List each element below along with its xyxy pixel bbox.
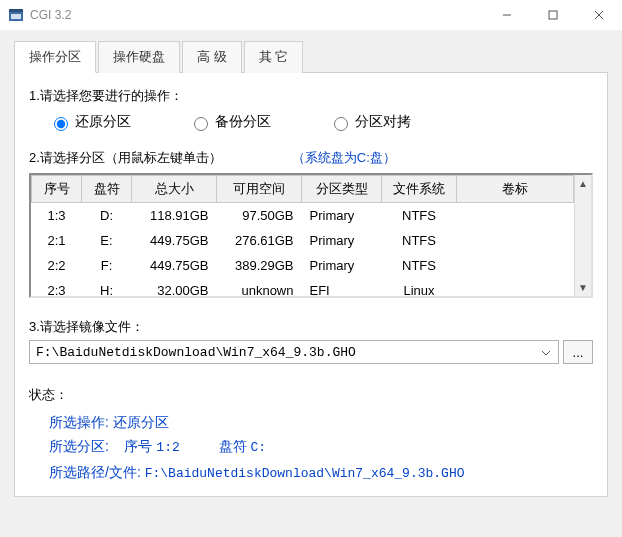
radio-label-1: 备份分区 [215,113,271,131]
step1-label: 1.请选择您要进行的操作： [29,87,593,105]
status-drive-value: C: [251,440,267,455]
tab-0[interactable]: 操作分区 [14,41,96,73]
column-header[interactable]: 序号 [32,176,82,203]
column-header[interactable]: 总大小 [132,176,217,203]
status-path-value: F:\BaiduNetdiskDownload\Win7_x64_9.3b.GH… [145,466,465,481]
status-drive-label: 盘符 [219,438,247,454]
radio-label-0: 还原分区 [75,113,131,131]
chevron-down-icon[interactable] [538,345,554,360]
radio-option-2[interactable]: 分区对拷 [329,113,411,131]
step1-radios: 还原分区备份分区分区对拷 [49,113,593,131]
scroll-down-icon[interactable]: ▼ [575,279,591,296]
column-header[interactable]: 盘符 [82,176,132,203]
step2-label: 2.请选择分区（用鼠标左键单击） [29,149,222,167]
column-header[interactable]: 分区类型 [302,176,382,203]
table-row[interactable]: 1:3D:118.91GB97.50GBPrimaryNTFS [32,203,574,229]
column-header[interactable]: 可用空间 [217,176,302,203]
tab-2[interactable]: 高 级 [182,41,242,73]
radio-input-1[interactable] [194,117,208,131]
image-path-combobox[interactable]: F:\BaiduNetdiskDownload\Win7_x64_9.3b.GH… [29,340,559,364]
browse-button[interactable]: ... [563,340,593,364]
status-label: 状态： [29,386,593,404]
table-row[interactable]: 2:2F:449.75GB389.29GBPrimaryNTFS [32,253,574,278]
maximize-button[interactable] [530,0,576,30]
close-button[interactable] [576,0,622,30]
partition-table: 序号盘符总大小可用空间分区类型文件系统卷标 1:3D:118.91GB97.50… [29,173,593,298]
radio-input-2[interactable] [334,117,348,131]
radio-label-2: 分区对拷 [355,113,411,131]
status-op-label: 所选操作: [49,414,109,430]
svg-rect-4 [549,11,557,19]
tabs: 操作分区操作硬盘高 级其 它 [14,40,608,73]
tab-1[interactable]: 操作硬盘 [98,41,180,73]
radio-option-0[interactable]: 还原分区 [49,113,131,131]
svg-rect-1 [9,9,23,12]
radio-input-0[interactable] [54,117,68,131]
status-part-label: 所选分区: [49,438,109,454]
table-scrollbar[interactable]: ▲ ▼ [574,175,591,296]
status-path-label: 所选路径/文件: [49,464,141,480]
table-row[interactable]: 2:1E:449.75GB276.61GBPrimaryNTFS [32,228,574,253]
app-icon [8,7,24,23]
window-title: CGI 3.2 [30,8,484,22]
scroll-up-icon[interactable]: ▲ [575,175,591,192]
column-header[interactable]: 文件系统 [382,176,457,203]
status-seq-value: 1:2 [156,440,179,455]
step3-label: 3.请选择镜像文件： [29,318,593,336]
titlebar: CGI 3.2 [0,0,622,30]
tab-3[interactable]: 其 它 [244,41,304,73]
image-path-value: F:\BaiduNetdiskDownload\Win7_x64_9.3b.GH… [36,345,538,360]
status-seq-label: 序号 [124,438,152,454]
svg-rect-2 [11,14,21,19]
status-op-value: 还原分区 [113,414,169,430]
radio-option-1[interactable]: 备份分区 [189,113,271,131]
step2-hint: （系统盘为C:盘） [292,149,396,167]
table-row[interactable]: 2:3H:32.00GBunknownEFILinux [32,278,574,296]
column-header[interactable]: 卷标 [457,176,574,203]
minimize-button[interactable] [484,0,530,30]
